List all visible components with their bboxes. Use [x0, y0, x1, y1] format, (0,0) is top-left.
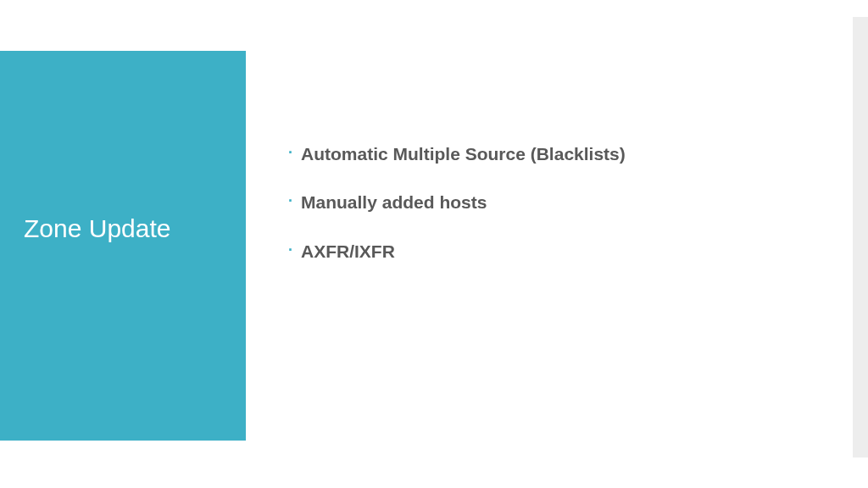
title-sidebar: Zone Update [0, 51, 246, 441]
scrollbar[interactable] [853, 17, 868, 458]
content-area: · Automatic Multiple Source (Blacklists)… [288, 142, 797, 288]
list-item: · Manually added hosts [288, 191, 797, 214]
bullet-text: AXFR/IXFR [301, 240, 395, 263]
bullet-icon: · [288, 191, 292, 212]
slide-title: Zone Update [24, 214, 170, 243]
bullet-icon: · [288, 142, 292, 164]
list-item: · AXFR/IXFR [288, 240, 797, 263]
bullet-icon: · [288, 240, 292, 261]
list-item: · Automatic Multiple Source (Blacklists) [288, 142, 797, 165]
bullet-text: Automatic Multiple Source (Blacklists) [301, 142, 626, 165]
bullet-text: Manually added hosts [301, 191, 487, 214]
